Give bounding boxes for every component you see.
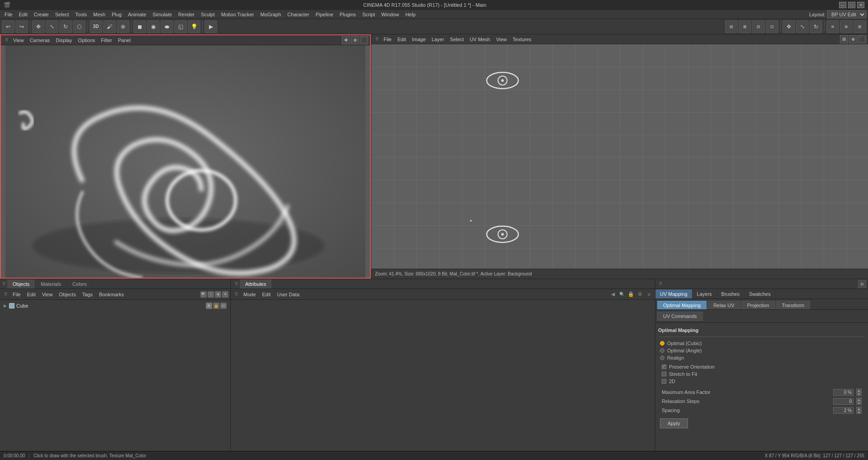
uv-menu-image[interactable]: Image bbox=[409, 36, 429, 43]
vp-menu-display[interactable]: Display bbox=[53, 37, 75, 44]
input-max-area[interactable] bbox=[833, 389, 854, 396]
uv-tab-uvmapping[interactable]: UV Mapping bbox=[655, 289, 693, 299]
close-button[interactable]: ✕ bbox=[857, 2, 864, 8]
vp-fullscreen-icon[interactable]: ⬛ bbox=[360, 36, 368, 44]
menu-window[interactable]: Window bbox=[379, 11, 402, 18]
uv-snap[interactable]: ⊞ bbox=[854, 20, 866, 33]
spin-down-spacing[interactable]: ▼ bbox=[856, 410, 862, 414]
uv-tab-brushes[interactable]: Brushes bbox=[717, 289, 745, 299]
menu-plugins[interactable]: Plugins bbox=[337, 11, 359, 18]
uv-menu-edit[interactable]: Edit bbox=[395, 36, 409, 43]
vp-menu-panel[interactable]: Panel bbox=[115, 37, 133, 44]
cube-tag-icon[interactable]: 🏷 bbox=[220, 303, 227, 309]
toolbar-undo[interactable]: ↩ bbox=[2, 20, 14, 33]
attr-search-icon[interactable]: 🔍 bbox=[618, 290, 626, 299]
obj-edit[interactable]: Edit bbox=[24, 291, 38, 298]
cube-lock-icon[interactable]: 🔒 bbox=[213, 303, 219, 309]
tab-objects[interactable]: Objects bbox=[7, 280, 35, 289]
menu-plug[interactable]: Plug bbox=[109, 11, 124, 18]
menu-sculpt[interactable]: Sculpt bbox=[198, 11, 218, 18]
menu-edit[interactable]: Edit bbox=[16, 11, 30, 18]
vp-menu-filter[interactable]: Filter bbox=[98, 37, 114, 44]
uv-subtab-optimal[interactable]: Optimal Mapping bbox=[657, 301, 707, 309]
obj-tags[interactable]: Tags bbox=[80, 291, 95, 298]
attr-edit[interactable]: Edit bbox=[260, 291, 274, 298]
right-vp-canvas[interactable] bbox=[371, 44, 868, 269]
spin-up-max-area[interactable]: ▲ bbox=[856, 389, 862, 392]
left-vp-canvas[interactable] bbox=[1, 45, 370, 278]
apply-button[interactable]: Apply bbox=[660, 418, 688, 428]
toolbar-cube[interactable]: ◼ bbox=[133, 20, 146, 33]
uv-menu-view[interactable]: View bbox=[493, 36, 510, 43]
menu-mograph[interactable]: MoGraph bbox=[258, 11, 284, 18]
menu-simulate[interactable]: Simulate bbox=[150, 11, 175, 18]
vp-move-icon[interactable]: ✥ bbox=[342, 36, 350, 44]
radio-realign[interactable] bbox=[660, 356, 664, 360]
spin-up-spacing[interactable]: ▲ bbox=[856, 407, 862, 410]
vp-zoom-icon[interactable]: ⊕ bbox=[351, 36, 359, 44]
toolbar-select[interactable]: ⬡ bbox=[73, 20, 85, 33]
menu-render[interactable]: Render bbox=[175, 11, 197, 18]
vp-menu-options[interactable]: Options bbox=[75, 37, 98, 44]
menu-select[interactable]: Select bbox=[52, 11, 72, 18]
menu-pipeline[interactable]: Pipeline bbox=[313, 11, 336, 18]
obj-bookmarks[interactable]: Bookmarks bbox=[96, 291, 127, 298]
obj-icon3[interactable]: ⊕ bbox=[215, 291, 221, 298]
uv-commands-btn[interactable]: UV Commands bbox=[657, 312, 703, 321]
attr-mode[interactable]: Mode bbox=[241, 291, 259, 298]
tree-toggle[interactable]: ▶ bbox=[4, 304, 8, 308]
vp-menu-cameras[interactable]: Cameras bbox=[27, 37, 53, 44]
menu-script[interactable]: Script bbox=[360, 11, 378, 18]
minimize-button[interactable]: — bbox=[839, 2, 846, 8]
toolbar-light[interactable]: 💡 bbox=[188, 20, 200, 33]
uv-scale[interactable]: ⤡ bbox=[796, 20, 809, 33]
vp-menu-view[interactable]: View bbox=[10, 37, 27, 44]
menu-motion-tracker[interactable]: Motion Tracker bbox=[218, 11, 257, 18]
attr-icon3[interactable]: ≡ bbox=[645, 290, 653, 299]
toolbar-sphere[interactable]: ◉ bbox=[147, 20, 160, 33]
obj-objects[interactable]: Objects bbox=[56, 291, 78, 298]
spin-down-relax[interactable]: ▼ bbox=[856, 401, 862, 405]
uv-vp-icon2[interactable]: ⊕ bbox=[849, 35, 857, 43]
menu-tools[interactable]: Tools bbox=[72, 11, 90, 18]
attr-back-btn[interactable]: ◀ bbox=[609, 290, 617, 299]
uv-tab-swatches[interactable]: Swatches bbox=[745, 289, 776, 299]
menu-create[interactable]: Create bbox=[31, 11, 52, 18]
radio-optimal-cubic[interactable] bbox=[660, 341, 664, 346]
uv-move[interactable]: ✥ bbox=[783, 20, 795, 33]
radio-optimal-angle[interactable] bbox=[660, 348, 664, 353]
input-spacing[interactable] bbox=[833, 407, 854, 414]
uv-menu-textures[interactable]: Textures bbox=[510, 36, 534, 43]
checkbox-2d[interactable] bbox=[662, 379, 666, 384]
uv-panel-icon1[interactable]: ⊞ bbox=[858, 280, 866, 288]
obj-view[interactable]: View bbox=[39, 291, 56, 298]
uv-menu-file[interactable]: File bbox=[381, 36, 394, 43]
toolbar-redo[interactable]: ↪ bbox=[15, 20, 28, 33]
toolbar-paint[interactable]: 🖌 bbox=[103, 20, 116, 33]
maximize-button[interactable]: □ bbox=[848, 2, 855, 8]
menu-animate[interactable]: Animate bbox=[125, 11, 149, 18]
uv-subtab-relax[interactable]: Relax UV bbox=[707, 301, 740, 309]
toolbar-scale[interactable]: ⤡ bbox=[46, 20, 58, 33]
obj-search-icon[interactable]: 🔍 bbox=[200, 291, 207, 298]
tab-attributes[interactable]: Attributes bbox=[240, 280, 271, 289]
tab-materials[interactable]: Materials bbox=[35, 280, 67, 289]
toolbar-plane[interactable]: ◱ bbox=[174, 20, 187, 33]
menu-help[interactable]: Help bbox=[403, 11, 418, 18]
menu-character[interactable]: Character bbox=[285, 11, 312, 18]
uv-subtab-projection[interactable]: Projection bbox=[741, 301, 775, 309]
spin-up-relax[interactable]: ▲ bbox=[856, 398, 862, 401]
toolbar-render[interactable]: ▶ bbox=[204, 20, 217, 33]
toolbar-cylinder[interactable]: ⬬ bbox=[161, 20, 173, 33]
uv-vp-icon3[interactable]: ⬛ bbox=[858, 35, 866, 43]
menu-file[interactable]: File bbox=[2, 11, 15, 18]
toolbar-rotate[interactable]: ↻ bbox=[59, 20, 72, 33]
uv-menu-select[interactable]: Select bbox=[447, 36, 467, 43]
attr-userdata[interactable]: User Data bbox=[275, 291, 303, 298]
input-relax-steps[interactable] bbox=[833, 398, 854, 405]
layout-select[interactable]: BP UV Edit Standard bbox=[827, 10, 866, 19]
uv-tool-1[interactable]: ⊞ bbox=[725, 20, 738, 33]
uv-vp-icon1[interactable]: ⊞ bbox=[840, 35, 848, 43]
attr-lock-icon[interactable]: 🔒 bbox=[627, 290, 635, 299]
cube-vis-icon[interactable]: 👁 bbox=[206, 303, 212, 309]
